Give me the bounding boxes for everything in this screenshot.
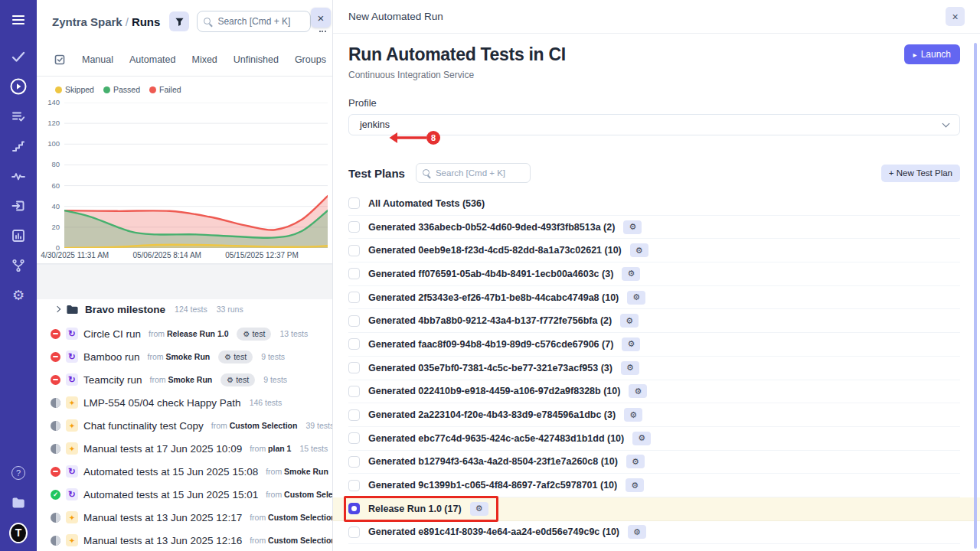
test-plan-row[interactable]: Generated 2a223104-f20e-4b43-83d9-e78459… — [348, 403, 960, 427]
filter-button[interactable] — [169, 11, 189, 31]
run-name[interactable]: Manual tests at 17 Jun 2025 10:09 — [83, 443, 242, 455]
run-name[interactable]: Automated tests at 15 Jun 2025 15:08 — [83, 466, 258, 478]
new-test-plan-button[interactable]: + New Test Plan — [881, 165, 960, 182]
help-icon[interactable]: ? — [9, 464, 28, 482]
panel-close-button[interactable] — [946, 7, 965, 26]
run-list-item[interactable]: Bamboo run from Smoke Run test 9 tests — [37, 345, 332, 368]
projects-icon[interactable] — [9, 494, 28, 512]
test-plan-settings-button[interactable] — [627, 291, 645, 305]
milestone-name[interactable]: Bravo milestone — [85, 304, 165, 315]
test-plan-settings-button[interactable] — [628, 525, 646, 539]
run-list-item[interactable]: Manual tests at 13 Jun 2025 12:17 from C… — [37, 506, 332, 529]
test-plan-checkbox[interactable] — [348, 315, 360, 327]
run-list-item[interactable]: Automated tests at 15 Jun 2025 15:01 fro… — [37, 483, 332, 506]
test-plan-row[interactable]: Generated 4bb7a8b0-9212-43a4-b137-f772fe… — [348, 309, 960, 333]
test-plan-checkbox[interactable] — [348, 245, 360, 256]
run-name[interactable]: Automated tests at 15 Jun 2025 15:01 — [83, 489, 258, 500]
tab[interactable]: Unfinished — [234, 54, 279, 65]
test-plan-checkbox[interactable] — [348, 527, 360, 538]
runs-icon-active[interactable] — [9, 77, 28, 96]
test-plan-checkbox[interactable] — [348, 456, 360, 468]
settings-icon[interactable]: ⚙ — [9, 286, 28, 305]
app-logo[interactable]: T — [9, 523, 28, 542]
test-plan-settings-button[interactable] — [620, 314, 639, 328]
test-plans-icon[interactable] — [9, 107, 28, 126]
analytics-icon[interactable] — [9, 227, 28, 245]
tests-icon[interactable] — [9, 47, 28, 66]
run-name[interactable]: Manual tests at 13 Jun 2025 12:16 — [83, 535, 242, 546]
test-plan-settings-button[interactable] — [470, 502, 488, 516]
run-list-item[interactable]: Circle CI run from Release Run 1.0 test … — [37, 322, 332, 345]
test-plan-row[interactable]: Generated 0eeb9e18-f23d-4cd5-82dd-8a1a73… — [348, 239, 960, 262]
test-plans-search[interactable] — [416, 163, 531, 183]
scrollbar[interactable] — [974, 43, 977, 549]
test-tag-badge[interactable]: test — [218, 350, 253, 364]
run-name[interactable]: Bamboo run — [83, 351, 140, 363]
test-plan-settings-button[interactable] — [626, 455, 645, 468]
test-plans-search-input[interactable] — [436, 168, 530, 178]
runs-panel-close-button[interactable] — [311, 8, 331, 28]
run-list-item[interactable]: Automated tests at 15 Jun 2025 15:08 fro… — [37, 460, 332, 483]
run-list-item[interactable]: LMP-554 05/04 check Happy Path from 146 … — [37, 391, 332, 414]
test-plan-checkbox[interactable] — [348, 409, 360, 421]
test-plan-settings-button[interactable] — [629, 384, 647, 398]
tab[interactable]: Automated — [129, 54, 175, 65]
test-plan-row[interactable]: Generated 035e7bf0-7381-4c5c-be77-321e73… — [348, 357, 960, 380]
run-name[interactable]: Manual tests at 13 Jun 2025 12:17 — [83, 512, 242, 523]
test-plan-row[interactable]: Generated b12794f3-643a-4a2d-8504-23f1e7… — [348, 451, 960, 474]
test-tag-badge[interactable]: test — [237, 328, 271, 341]
test-plan-settings-button[interactable] — [630, 243, 648, 257]
select-all-icon[interactable] — [54, 54, 66, 66]
tab[interactable]: Groups — [295, 54, 326, 65]
test-plan-checkbox[interactable] — [348, 503, 360, 514]
test-plan-settings-button[interactable] — [626, 478, 644, 492]
test-plan-settings-button[interactable] — [632, 432, 651, 445]
pulse-icon[interactable] — [9, 167, 28, 185]
test-plan-checkbox[interactable] — [348, 338, 360, 350]
tab[interactable]: Manual — [82, 54, 113, 65]
test-plan-row[interactable]: Generated faac8f09-94b8-4b19-89d9-c576cd… — [348, 333, 960, 357]
run-name[interactable]: LMP-554 05/04 check Happy Path — [83, 397, 241, 409]
test-plan-settings-button[interactable] — [622, 267, 640, 281]
run-list-item[interactable]: Teamcity run from Smoke Run test 9 tests — [37, 368, 332, 391]
test-plan-row[interactable]: Release Run 1.0 (17) — [333, 497, 980, 521]
test-tag-badge[interactable]: test — [220, 373, 255, 386]
test-plan-checkbox[interactable] — [348, 268, 360, 279]
test-plan-settings-button[interactable] — [624, 408, 642, 422]
test-plan-checkbox[interactable] — [348, 197, 360, 209]
expand-chevron-icon[interactable] — [54, 306, 60, 312]
profile-select[interactable]: jenkins — [348, 114, 960, 135]
test-plan-checkbox[interactable] — [348, 480, 360, 491]
test-plan-checkbox[interactable] — [348, 362, 360, 373]
run-name[interactable]: Circle CI run — [83, 328, 141, 340]
menu-icon[interactable] — [9, 11, 28, 29]
test-plan-checkbox[interactable] — [348, 432, 360, 444]
run-list-item[interactable]: Manual tests at 13 Jun 2025 12:16 from C… — [37, 529, 332, 551]
imports-icon[interactable] — [9, 197, 28, 215]
runs-search-input[interactable] — [217, 16, 310, 27]
test-plan-row[interactable]: Generated 336abecb-0b52-4d60-9ded-493f3f… — [348, 216, 960, 240]
breadcrumb[interactable]: Zyntra Spark/Runs — [52, 15, 160, 28]
test-plan-checkbox[interactable] — [348, 292, 360, 303]
launch-button[interactable]: Launch — [904, 44, 960, 64]
test-plan-checkbox[interactable] — [348, 221, 360, 233]
run-list-item[interactable]: Manual tests at 17 Jun 2025 10:09 from p… — [37, 437, 332, 460]
test-plan-row[interactable]: All Automated Tests (536) — [348, 192, 960, 216]
test-plan-row[interactable]: Generated ebc77c4d-9635-424c-ac5e-427483… — [348, 427, 960, 451]
run-name[interactable]: Teamcity run — [83, 374, 142, 386]
test-plan-row[interactable]: Generated 022410b9-e918-4459-a106-97d2a9… — [348, 380, 960, 404]
run-name[interactable]: Chat functinality test Copy — [83, 420, 204, 432]
test-plan-settings-button[interactable] — [621, 361, 639, 375]
branches-icon[interactable] — [9, 256, 28, 275]
milestone-row[interactable]: Bravo milestone 124 tests 33 runs — [37, 299, 332, 319]
milestones-icon[interactable] — [9, 137, 28, 155]
run-list-item[interactable]: Chat functinality test Copy from Custom … — [37, 414, 332, 437]
tab[interactable]: Mixed — [191, 54, 217, 65]
test-plan-settings-button[interactable] — [622, 337, 640, 351]
breadcrumb-project[interactable]: Zyntra Spark — [52, 15, 122, 28]
test-plan-row[interactable]: Generated ff076591-05ab-4b4b-8491-1ecb00… — [348, 262, 960, 286]
runs-search[interactable] — [197, 11, 311, 32]
test-plan-row[interactable]: Generated e891c41f-8039-4e64-aa24-e0d56e… — [348, 521, 960, 545]
test-plan-checkbox[interactable] — [348, 386, 360, 397]
test-plan-settings-button[interactable] — [623, 220, 642, 234]
